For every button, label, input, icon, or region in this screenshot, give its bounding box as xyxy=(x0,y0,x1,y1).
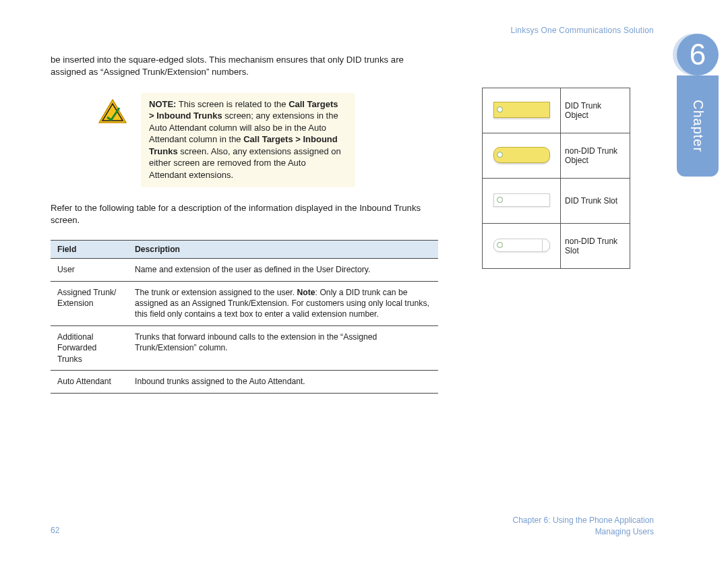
note-seg-3: screen. Also, any extensions assigned on… xyxy=(149,146,341,180)
footer-right: Chapter 6: Using the Phone Application M… xyxy=(513,515,654,538)
legend-row: non-DID Trunk Object xyxy=(483,133,630,179)
desc-pre: Trunks that forward inbound calls to the… xyxy=(135,332,377,352)
footer-chapter-line: Chapter 6: Using the Phone Application xyxy=(513,515,654,526)
desc-pre: Name and extension of the user as define… xyxy=(135,265,370,274)
cell-desc: Name and extension of the user as define… xyxy=(128,259,438,281)
legend-table: DID Trunk Object non-DID Trunk Object DI… xyxy=(482,88,630,269)
chapter-side-tab: Chapter xyxy=(677,75,719,177)
page: Linksys One Communications Solution 6 Ch… xyxy=(0,0,728,562)
table-row: Assigned Trunk/ Extension The trunk or e… xyxy=(51,281,438,325)
note-box: NOTE: This screen is related to the Call… xyxy=(141,93,355,188)
legend-icon-did-trunk-object xyxy=(483,88,561,133)
th-description: Description xyxy=(128,241,438,259)
main-column: be inserted into the square-edged slots.… xyxy=(51,54,438,394)
desc-bold: Note xyxy=(297,288,315,297)
desc-pre: The trunk or extension assigned to the u… xyxy=(135,288,297,297)
legend-row: DID Trunk Slot xyxy=(483,179,630,224)
warning-icon xyxy=(98,98,127,124)
note-prefix: NOTE: xyxy=(149,99,176,109)
cell-field: Assigned Trunk/ Extension xyxy=(51,281,128,325)
table-intro: Refer to the following table for a descr… xyxy=(51,202,438,226)
cell-desc: The trunk or extension assigned to the u… xyxy=(128,281,438,325)
legend-label: DID Trunk Slot xyxy=(561,179,630,224)
note-block: NOTE: This screen is related to the Call… xyxy=(98,93,438,188)
chapter-side-label: Chapter xyxy=(690,100,706,152)
cell-field: User xyxy=(51,259,128,281)
legend-label: non-DID Trunk Slot xyxy=(561,224,630,269)
doc-title: Linksys One Communications Solution xyxy=(511,26,654,35)
table-row: Additional Forwarded Trunks Trunks that … xyxy=(51,325,438,370)
table-header-row: Field Description xyxy=(51,241,438,259)
page-number: 62 xyxy=(51,526,59,535)
desc-pre: Inbound trunks assigned to the Auto Atte… xyxy=(135,377,305,386)
legend-label: DID Trunk Object xyxy=(561,88,630,133)
legend-row: DID Trunk Object xyxy=(483,88,630,133)
field-description-table: Field Description User Name and extensio… xyxy=(51,240,438,394)
th-field: Field xyxy=(51,241,128,259)
footer-section-line: Managing Users xyxy=(513,526,654,538)
cell-desc: Trunks that forward inbound calls to the… xyxy=(128,325,438,370)
intro-paragraph: be inserted into the square-edged slots.… xyxy=(51,54,438,78)
cell-field: Additional Forwarded Trunks xyxy=(51,325,128,370)
cell-field: Auto Attendant xyxy=(51,371,128,393)
legend-row: non-DID Trunk Slot xyxy=(483,224,630,269)
legend-icon-non-did-trunk-object xyxy=(483,133,561,179)
chapter-number-badge: 6 xyxy=(677,34,719,75)
table-row: User Name and extension of the user as d… xyxy=(51,259,438,281)
legend-icon-non-did-trunk-slot xyxy=(483,224,561,269)
legend-icon-did-trunk-slot xyxy=(483,179,561,224)
legend-label: non-DID Trunk Object xyxy=(561,133,630,179)
cell-desc: Inbound trunks assigned to the Auto Atte… xyxy=(128,371,438,393)
table-row: Auto Attendant Inbound trunks assigned t… xyxy=(51,371,438,393)
note-seg-1: This screen is related to the xyxy=(176,99,289,109)
